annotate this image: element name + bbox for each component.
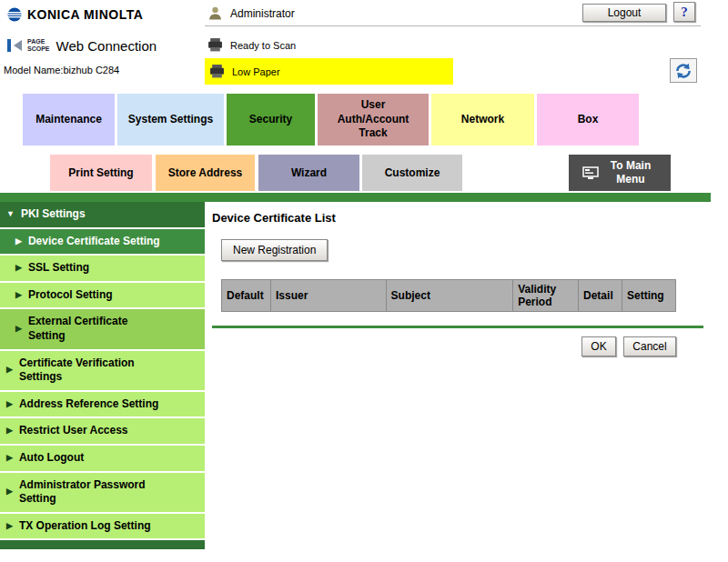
refresh-button[interactable] [670,58,697,83]
tab-system-settings[interactable]: System Settings [117,94,224,146]
sidebar-item-label: Protocol Setting [28,288,113,303]
new-registration-button[interactable]: New Registration [221,239,328,261]
product-name: Web Connection [56,38,157,54]
ok-button[interactable]: OK [581,336,616,356]
konica-minolta-logo: KONICA MINOLTA [7,7,143,22]
green-rule [212,326,703,328]
subtab-to-main-menu[interactable]: To Main Menu [569,155,671,191]
tab-label: Network [461,113,504,127]
monitor-icon [582,166,599,179]
subtab-label: Customize [385,166,440,180]
brand-text: KONICA MINOLTA [27,7,143,22]
subtab-label: Wizard [291,166,327,180]
sidebar-item-label: Address Reference Setting [19,397,158,412]
sidebar-item-protocol-setting[interactable]: ▶ Protocol Setting [0,283,205,308]
page: KONICA MINOLTA Administrator Logout ? PA… [0,0,728,562]
tab-security[interactable]: Security [227,94,315,146]
logout-button[interactable]: Logout [582,4,666,22]
cancel-button[interactable]: Cancel [623,336,676,356]
tab-maintenance[interactable]: Maintenance [23,94,115,146]
sidebar-footer-bar [0,540,205,549]
subtab-label: To Main Menu [604,159,657,186]
subtab-label: Print Setting [68,166,133,180]
sidebar-item-tx-operation-log-setting[interactable]: ▶ TX Operation Log Setting [0,514,205,539]
pagescope-top: PAGE [27,38,50,45]
tab-label: Maintenance [35,113,102,127]
sidebar-item-address-reference-setting[interactable]: ▶ Address Reference Setting [0,392,205,417]
sidebar-item-certificate-verification-settings[interactable]: ▶ Certificate Verification Settings [0,351,205,390]
refresh-icon [673,62,693,80]
triangle-right-icon: ▶ [6,453,13,464]
triangle-right-icon: ▶ [6,426,13,437]
triangle-right-icon: ▶ [15,263,22,274]
model-name: Model Name:bizhub C284 [4,65,119,75]
pagescope-bottom: SCOPE [27,45,50,53]
tab-label: System Settings [128,113,213,127]
sidebar-item-label: TX Operation Log Setting [19,519,151,534]
page-title: Device Certificate List [212,211,703,225]
sidebar-item-auto-logout[interactable]: ▶ Auto Logout [0,446,205,471]
sidebar-item-label: PKI Settings [21,207,86,222]
sidebar-item-label: Device Certificate Setting [28,235,160,249]
column-header-setting: Setting [622,280,676,312]
subtab-label: Store Address [168,166,243,180]
certificate-table: Default Issuer Subject Validity Period D… [221,279,676,312]
globe-icon [7,7,22,22]
status-ready: Ready to Scan [207,38,296,52]
column-header-subject: Subject [386,280,513,312]
user-icon [207,5,223,21]
sidebar-item-restrict-user-access[interactable]: ▶ Restrict User Access [0,418,205,444]
column-header-validity-period: Validity Period [513,280,579,312]
subtab-store-address[interactable]: Store Address [156,155,255,191]
action-buttons: OK Cancel [212,336,676,356]
sidebar-item-ssl-setting[interactable]: ▶ SSL Setting [0,256,205,281]
column-header-detail: Detail [579,280,622,312]
subtab-customize[interactable]: Customize [362,155,462,191]
triangle-down-icon: ▼ [6,209,15,220]
status-warning-label: Low Paper [232,66,280,77]
pagescope-logo: PAGE SCOPE Web Connection [5,36,157,55]
help-button[interactable]: ? [673,2,695,22]
subtab-print-setting[interactable]: Print Setting [50,155,152,191]
triangle-right-icon: ▶ [6,521,13,532]
tab-label: User Auth/Account Track [325,98,421,141]
column-header-issuer: Issuer [270,280,386,312]
triangle-right-icon: ▶ [15,290,22,301]
sidebar-item-device-certificate-setting[interactable]: ▶ Device Certificate Setting [0,229,205,255]
divider [205,25,701,26]
sidebar-item-label: Certificate Verification Settings [19,356,174,385]
user-label: Administrator [230,7,295,20]
printer-ready-icon [207,38,223,52]
pagescope-wordmark: PAGE SCOPE [27,38,50,53]
tab-label: Security [249,113,292,127]
triangle-right-icon: ▶ [6,365,13,376]
administrator-user: Administrator [207,5,295,21]
triangle-right-icon: ▶ [15,236,22,247]
sidebar-item-label: Restrict User Access [19,424,128,438]
sidebar-item-administrator-password-setting[interactable]: ▶ Administrator Password Setting [0,473,205,512]
sidebar: ▼ PKI Settings ▶ Device Certificate Sett… [0,202,205,549]
sidebar-item-external-certificate-setting[interactable]: ▶ External Certificate Setting [0,309,205,348]
tab-label: Box [578,113,599,127]
subtab-wizard[interactable]: Wizard [258,155,359,191]
pagescope-icon [5,36,24,55]
tab-box[interactable]: Box [537,94,639,146]
sidebar-item-label: Administrator Password Setting [19,478,165,507]
table-header-row: Default Issuer Subject Validity Period D… [222,280,676,312]
main-content: Device Certificate List New Registration… [212,202,703,356]
sidebar-item-label: SSL Setting [28,261,89,276]
sidebar-item-label: External Certificate Setting [28,315,165,343]
column-header-default: Default [222,280,271,312]
tab-user-auth-account-track[interactable]: User Auth/Account Track [318,94,429,146]
triangle-right-icon: ▶ [6,399,13,410]
green-divider-bar [0,193,711,202]
triangle-right-icon: ▶ [6,487,13,497]
tab-network[interactable]: Network [431,94,534,146]
status-ready-label: Ready to Scan [230,40,296,51]
status-warning: Low Paper [205,58,453,85]
sidebar-item-pki-settings[interactable]: ▼ PKI Settings [0,202,205,227]
triangle-right-icon: ▶ [15,324,22,335]
printer-warning-icon [209,65,225,78]
sidebar-item-label: Auto Logout [19,451,84,466]
